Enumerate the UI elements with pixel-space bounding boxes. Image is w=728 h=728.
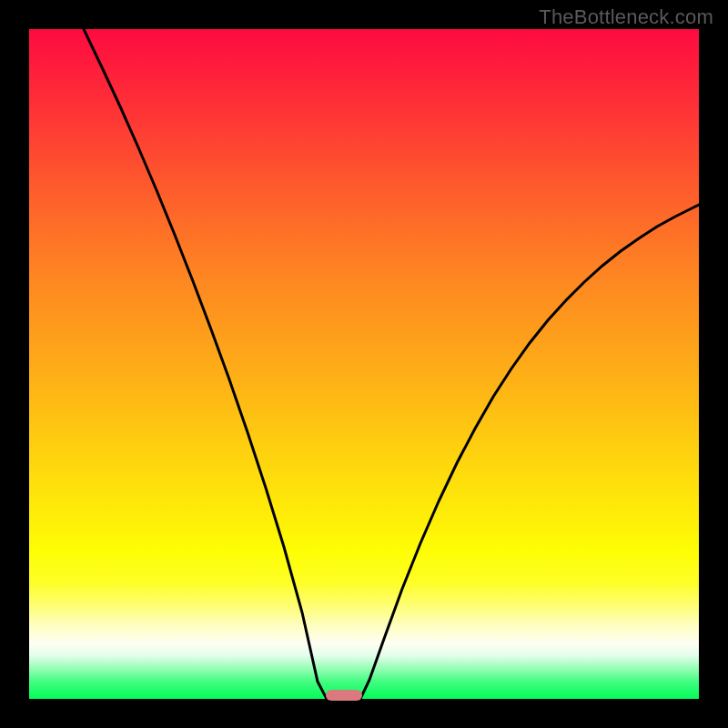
right-curve xyxy=(360,205,699,699)
watermark-text: TheBottleneck.com xyxy=(539,5,713,29)
plot-area xyxy=(29,29,699,699)
left-curve xyxy=(84,29,327,699)
bottleneck-marker xyxy=(326,690,362,701)
curve-layer xyxy=(29,29,699,699)
chart-frame: TheBottleneck.com xyxy=(0,0,728,728)
